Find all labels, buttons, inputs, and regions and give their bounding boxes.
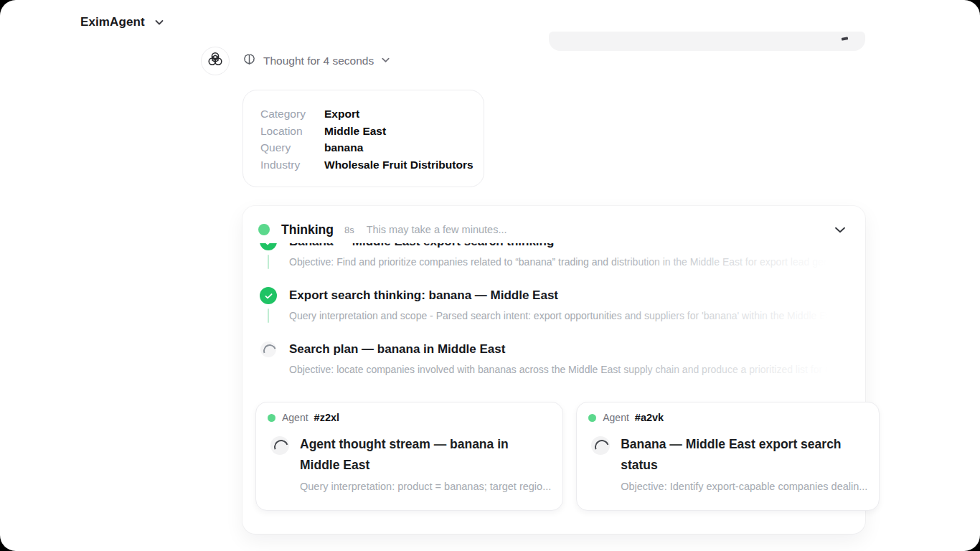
param-value: banana [324, 139, 363, 156]
thought-summary-label: Thought for 4 seconds [263, 55, 374, 67]
thinking-title: Thinking [281, 222, 334, 237]
param-value: Wholesale Fruit Distributors [324, 156, 473, 174]
app-switcher[interactable]: EximAgent [80, 15, 165, 29]
agent-id: #z2xl [314, 412, 339, 423]
check-icon [260, 243, 277, 250]
thinking-steps-list: Banana — Middle East export search think… [260, 243, 848, 402]
param-label: Industry [260, 156, 324, 174]
step-subtitle: Objective: locate companies involved wit… [289, 363, 848, 377]
agent-label: Agent [603, 412, 629, 423]
agent-cards-row: Agent #z2xl Agent thought stream — banan… [255, 402, 852, 511]
step-rail [260, 243, 277, 269]
chevron-down-icon [154, 17, 165, 28]
agent-id: #a2vk [635, 412, 664, 423]
spinner-icon [270, 436, 289, 455]
spinner-icon [591, 436, 610, 455]
agent-card-subtitle: Objective: Identify export-capable compa… [621, 481, 867, 492]
step-rail [260, 341, 277, 377]
cursor-icon [842, 37, 849, 41]
param-row-category: Category Export [260, 105, 466, 123]
cube-logo-icon [207, 51, 224, 71]
spinner-icon [260, 342, 276, 357]
avatar [201, 47, 230, 75]
thinking-panel: Thinking 8s This may take a few minutes.… [242, 206, 865, 534]
param-value: Export [324, 105, 359, 123]
step-title: Search plan — banana in Middle East [289, 341, 848, 358]
collapse-chevron-icon[interactable] [832, 222, 848, 237]
thinking-step: Export search thinking: banana — Middle … [260, 287, 848, 323]
check-icon [260, 287, 277, 304]
step-title: Banana — Middle East export search think… [289, 243, 848, 250]
param-row-industry: Industry Wholesale Fruit Distributors [260, 156, 466, 174]
param-value: Middle East [324, 123, 386, 140]
agent-card-title: Agent thought stream — banana in Middle … [300, 434, 551, 475]
agent-card-title: Banana — Middle East export search statu… [621, 434, 867, 475]
status-dot-icon [258, 224, 270, 235]
elapsed-time: 8s [344, 225, 354, 235]
agent-card-subtitle: Query interpretation: product = bananas;… [300, 481, 551, 492]
agent-label: Agent [282, 412, 308, 423]
search-params-card: Category Export Location Middle East Que… [242, 90, 484, 187]
param-label: Category [260, 105, 324, 123]
param-row-location: Location Middle East [260, 123, 466, 140]
step-rail [260, 287, 277, 323]
brain-icon [242, 52, 257, 70]
user-message-bubble [549, 32, 865, 51]
param-label: Query [260, 139, 324, 156]
chevron-down-icon [380, 55, 391, 68]
thinking-step: Search plan — banana in Middle East Obje… [260, 341, 848, 377]
step-title: Export search thinking: banana — Middle … [289, 287, 848, 304]
agent-card-header: Agent #a2vk [588, 412, 867, 423]
thought-summary-toggle[interactable]: Thought for 4 seconds [242, 52, 391, 70]
app-window: EximAgent Thought for 4 seconds [0, 0, 980, 551]
status-dot-icon [268, 414, 275, 422]
param-row-query: Query banana [260, 139, 466, 156]
agent-card-z2xl[interactable]: Agent #z2xl Agent thought stream — banan… [255, 402, 563, 511]
step-subtitle: Objective: Find and prioritize companies… [289, 255, 848, 269]
step-subtitle: Query interpretation and scope - Parsed … [289, 309, 848, 323]
app-title: EximAgent [80, 15, 145, 29]
status-dot-icon [588, 414, 596, 422]
step-connector [268, 309, 270, 323]
thinking-hint: This may take a few minutes... [367, 224, 507, 235]
thinking-step: Banana — Middle East export search think… [260, 243, 848, 269]
agent-card-header: Agent #z2xl [268, 412, 551, 423]
agent-card-a2vk[interactable]: Agent #a2vk Banana — Middle East export … [576, 402, 880, 511]
param-label: Location [260, 123, 324, 140]
step-connector [268, 255, 270, 269]
thinking-header: Thinking 8s This may take a few minutes.… [242, 206, 865, 243]
